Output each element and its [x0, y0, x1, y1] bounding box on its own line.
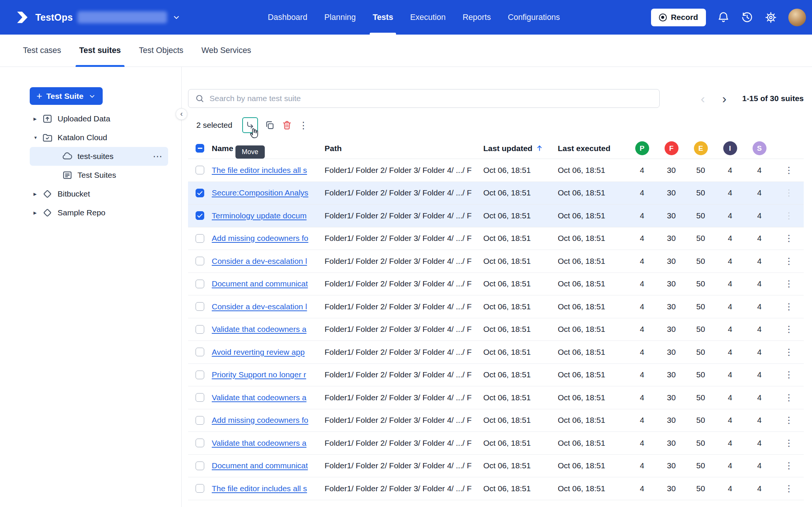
tree-item-bitbucket[interactable]: ▶Bitbucket: [30, 185, 168, 203]
nav-tests[interactable]: Tests: [373, 0, 393, 35]
suite-name-link[interactable]: The file editor includes all s: [212, 484, 321, 493]
tab-test-suites[interactable]: Test suites: [79, 35, 121, 67]
caret-right-icon[interactable]: ▶: [33, 192, 42, 197]
row-menu-button[interactable]: ⋮: [774, 278, 804, 289]
select-all-checkbox[interactable]: [196, 144, 204, 153]
table-row[interactable]: Validate that codeowners a Folder1/ Fold…: [188, 318, 804, 341]
table-row[interactable]: Add missing codeowners fo Folder1/ Folde…: [188, 227, 804, 250]
row-checkbox[interactable]: [196, 211, 204, 220]
column-last-updated[interactable]: Last updated: [483, 144, 558, 153]
row-checkbox[interactable]: [196, 325, 204, 334]
tree-item-test-suites[interactable]: test-suites⋯: [30, 147, 168, 166]
tab-web-services[interactable]: Web Services: [202, 35, 251, 67]
suite-name-link[interactable]: Add missing codeowners fo: [212, 234, 321, 243]
tab-test-objects[interactable]: Test Objects: [139, 35, 183, 67]
caret-down-icon[interactable]: ▼: [33, 135, 42, 140]
move-button[interactable]: Move: [242, 117, 258, 133]
row-checkbox[interactable]: [196, 189, 204, 197]
row-menu-button[interactable]: ⋮: [774, 369, 804, 380]
row-checkbox[interactable]: [196, 166, 204, 174]
suite-name-link[interactable]: Secure:Composition Analys: [212, 188, 321, 197]
new-test-suite-button[interactable]: + Test Suite: [30, 87, 103, 105]
history-icon[interactable]: [741, 11, 753, 24]
suite-name-link[interactable]: Consider a dev-escalation l: [212, 257, 321, 266]
row-menu-button[interactable]: ⋮: [774, 460, 804, 471]
nav-dashboard[interactable]: Dashboard: [268, 0, 307, 35]
row-menu-button[interactable]: ⋮: [774, 324, 804, 334]
column-path[interactable]: Path: [325, 144, 483, 153]
row-checkbox[interactable]: [196, 302, 204, 311]
row-checkbox[interactable]: [196, 257, 204, 265]
row-checkbox[interactable]: [196, 234, 204, 243]
suite-name-link[interactable]: Priority Support no longer r: [212, 370, 321, 379]
search-input[interactable]: [209, 94, 653, 103]
suite-name-link[interactable]: Consider a dev-escalation l: [212, 302, 321, 311]
previous-page-button[interactable]: ‹: [701, 92, 705, 105]
row-menu-button[interactable]: ⋮: [774, 392, 804, 403]
row-checkbox[interactable]: [196, 348, 204, 356]
suite-name-link[interactable]: Terminology update docum: [212, 211, 321, 220]
nav-configurations[interactable]: Configurations: [508, 0, 560, 35]
row-checkbox[interactable]: [196, 416, 204, 425]
suite-name-link[interactable]: Validate that codeowners a: [212, 439, 321, 448]
caret-right-icon[interactable]: ▶: [33, 210, 42, 215]
row-menu-button[interactable]: ⋮: [774, 256, 804, 266]
search-box[interactable]: [188, 89, 660, 108]
table-row[interactable]: Secure:Composition Analys Folder1/ Folde…: [188, 182, 804, 205]
table-row[interactable]: Avoid reverting review app Folder1/ Fold…: [188, 341, 804, 364]
row-checkbox[interactable]: [196, 462, 204, 470]
row-menu-button[interactable]: ⋮: [774, 347, 804, 357]
notifications-bell-icon[interactable]: [717, 11, 730, 24]
row-menu-button[interactable]: ⋮: [774, 438, 804, 448]
duplicate-button[interactable]: [264, 120, 275, 131]
sidebar-collapse-button[interactable]: ‹: [176, 108, 187, 120]
table-row[interactable]: Document and communicat Folder1/ Folder …: [188, 273, 804, 296]
row-menu-button[interactable]: ⋮: [774, 165, 804, 176]
suite-name-link[interactable]: Validate that codeowners a: [212, 393, 321, 402]
table-row[interactable]: Consider a dev-escalation l Folder1/ Fol…: [188, 250, 804, 273]
table-row[interactable]: Terminology update docum Folder1/ Folder…: [188, 204, 804, 227]
nav-planning[interactable]: Planning: [324, 0, 356, 35]
nav-reports[interactable]: Reports: [463, 0, 491, 35]
table-row[interactable]: Validate that codeowners a Folder1/ Fold…: [188, 386, 804, 409]
row-checkbox[interactable]: [196, 371, 204, 379]
tree-item-uploaded-data[interactable]: ▶Uploaded Data: [30, 109, 168, 128]
delete-button[interactable]: [281, 120, 293, 131]
row-menu-button[interactable]: ⋮: [774, 483, 804, 494]
sort-ascending-icon[interactable]: [535, 144, 544, 153]
next-page-button[interactable]: ›: [722, 92, 726, 105]
table-row[interactable]: The file editor includes all s Folder1/ …: [188, 477, 804, 500]
tree-item-test-suites[interactable]: Test Suites: [30, 166, 168, 185]
row-menu-button[interactable]: ⋮: [774, 233, 804, 244]
table-row[interactable]: Validate that codeowners a Folder1/ Fold…: [188, 432, 804, 455]
tree-item-katalon-cloud[interactable]: ▼Katalon Cloud: [30, 128, 168, 147]
row-checkbox[interactable]: [196, 280, 204, 288]
caret-right-icon[interactable]: ▶: [33, 117, 42, 121]
table-row[interactable]: Priority Support no longer r Folder1/ Fo…: [188, 364, 804, 387]
table-row[interactable]: Consider a dev-escalation l Folder1/ Fol…: [188, 295, 804, 318]
suite-name-link[interactable]: Add missing codeowners fo: [212, 416, 321, 425]
table-row[interactable]: Add missing codeowners fo Folder1/ Folde…: [188, 409, 804, 432]
column-last-executed[interactable]: Last executed: [558, 144, 627, 153]
workspace-name-redacted[interactable]: [77, 11, 167, 23]
row-menu-button[interactable]: ⋮: [774, 210, 804, 221]
table-row[interactable]: The file editor includes all s Folder1/ …: [188, 159, 804, 182]
suite-name-link[interactable]: Validate that codeowners a: [212, 325, 321, 334]
row-menu-button[interactable]: ⋮: [774, 415, 804, 425]
row-checkbox[interactable]: [196, 393, 204, 402]
suite-name-link[interactable]: Document and communicat: [212, 461, 321, 470]
record-button[interactable]: Record: [651, 9, 706, 26]
settings-gear-icon[interactable]: [765, 11, 777, 24]
row-checkbox[interactable]: [196, 484, 204, 493]
row-menu-button[interactable]: ⋮: [774, 301, 804, 312]
row-checkbox[interactable]: [196, 439, 204, 447]
chevron-down-icon[interactable]: [172, 13, 181, 21]
row-menu-button[interactable]: ⋮: [774, 188, 804, 198]
nav-execution[interactable]: Execution: [410, 0, 445, 35]
tree-item-sample-repo[interactable]: ▶Sample Repo: [30, 203, 168, 222]
suite-name-link[interactable]: Avoid reverting review app: [212, 348, 321, 357]
suite-name-link[interactable]: The file editor includes all s: [212, 166, 321, 175]
user-avatar[interactable]: [788, 9, 806, 26]
more-actions-button[interactable]: ⋮: [299, 120, 308, 131]
column-name[interactable]: Name: [212, 144, 325, 153]
